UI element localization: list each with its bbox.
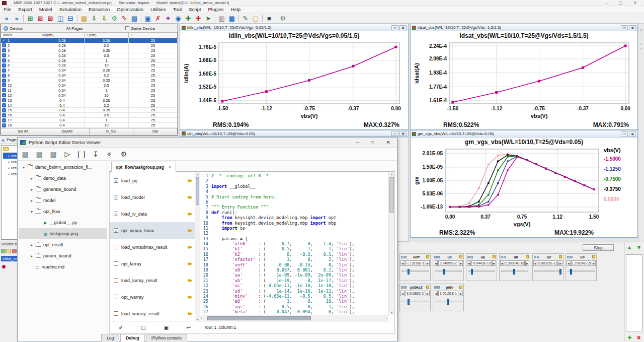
cursor-icon[interactable]: ➤ [203,14,213,23]
table-row[interactable]: ✓140.40.225 [1,103,178,108]
code-line[interactable]: 25 'a0' : ( 1, 0, 10, 'lin'), [200,299,388,304]
editor-minimize-button[interactable]: – [356,140,359,145]
task-check-icon[interactable]: ▣ [143,14,153,23]
param-bound-icon[interactable] [526,255,529,258]
row-checkbox[interactable]: ✓ [2,93,6,97]
run-task-icon[interactable]: ▶▶ [188,295,193,299]
code-line[interactable]: 14 'vth0' : ( 0.7, 0, 1.4, 'lin'), [200,241,388,246]
param-lock-icon[interactable] [401,256,404,258]
param-slider[interactable] [568,270,595,272]
param-lock-icon[interactable] [434,286,437,289]
run-task-icon[interactable]: ▶▶ [188,195,193,199]
editor-close-button[interactable]: ✕ [386,140,390,145]
code-line[interactable]: 5# Start coding from here. [200,194,388,199]
row-checkbox[interactable]: ✓ [2,63,6,67]
idsat-plot[interactable]: -1.50-1.12-0.75-0.370.001.61E-41.77E-41.… [413,40,636,119]
task-checkbox[interactable]: ✓ [114,195,118,199]
g-sel-button[interactable]: G_Sel [90,128,134,134]
expander-icon[interactable]: ▸ [30,254,34,258]
forward-icon[interactable]: » [12,14,22,23]
param-increase-button[interactable]: ▶ [459,291,463,296]
settings-gear-icon[interactable]: ⚙ [278,14,288,23]
edit-doc-icon[interactable]: ✎ [240,14,251,23]
code-line[interactable]: 16 'k2' : ( 0, -0.2, 0.1, 'lin'), [200,252,388,257]
param-bound-icon[interactable] [493,255,496,258]
nav-add-icon[interactable] [1,249,6,253]
reset-icon[interactable]: ↩ [187,325,191,330]
param-increase-button[interactable]: ▶ [426,291,430,296]
tree-item-generate-bound[interactable]: ▸generate_bound [19,184,107,195]
param-decrease-button[interactable]: ◀ [500,260,504,266]
task-checkbox[interactable] [114,278,118,283]
param-bound-icon[interactable] [459,255,462,258]
code-line[interactable]: 27 'keta' : ( -0.047, -0.094, 0, 'lin'), [200,309,388,314]
console-icon[interactable]: ■ [264,14,274,23]
code-line[interactable]: 4 [200,189,388,194]
code-line[interactable]: 10 from keysight.device_modeling.mbp imp… [200,221,388,226]
expander-icon[interactable]: ▸ [30,198,34,203]
param-increase-button[interactable]: ▶ [525,260,529,266]
run-to-cursor-icon[interactable]: ↧ [91,150,100,159]
row-checkbox[interactable]: ✓ [2,43,6,47]
task-checkbox[interactable]: ✓ [114,228,118,233]
param-link-icon[interactable] [470,256,473,258]
task-load_prj[interactable]: ✓load_prj▶▶ [110,172,200,189]
param-slider[interactable] [401,270,429,272]
open-project-icon[interactable]: ▤ [79,14,89,23]
table-icon[interactable]: ▦ [227,14,237,23]
param-link-icon[interactable] [404,256,407,258]
code-line[interactable]: 18 'voff' : ( -0.08, -0.16, 0, 'lin'), [200,262,388,267]
script-settings-icon[interactable]: ▤ [35,150,44,159]
param-slider[interactable] [435,270,462,272]
param-slider[interactable] [468,270,495,272]
code-line[interactable]: 6 [200,199,388,204]
task-error-icon[interactable]: ✗ [153,14,163,23]
bottom-tab-debug[interactable]: Debug [120,334,144,342]
param-increase-button[interactable]: ▶ [592,260,596,266]
code-line[interactable]: 23 'ud' : ( 1e-14, 1e-16, 1e-13, 'lin'), [200,289,388,294]
param-slider[interactable] [435,301,462,302]
report-icon[interactable]: ✎ [119,14,129,23]
table-row[interactable]: ✓50.28125 [1,58,178,63]
task-list-scrollbar[interactable]: ▴▾ [195,172,200,321]
window-maximize-icon[interactable]: ▣ [399,131,407,136]
window-maximize-icon[interactable]: ▣ [629,25,636,30]
table-row[interactable]: ✓130.40.2625 [1,98,178,103]
row-checkbox[interactable]: ✓ [2,88,6,92]
idlin-plot[interactable]: -1.50-1.12-0.75-0.370.001.44E-51.52E-51.… [183,40,407,119]
tree-item-demo-data[interactable]: ▸demo_data [19,173,107,184]
param-slider[interactable] [401,301,429,302]
param-decrease-button[interactable]: ◀ [434,260,438,266]
menu-file[interactable]: File [0,7,15,12]
row-checkbox[interactable]: ✓ [2,103,6,107]
tile-layout-icon[interactable]: ⊟ [65,14,75,23]
run-task-icon[interactable]: ▶▶ [188,245,193,249]
expander-icon[interactable]: ▸ [30,187,34,192]
table-row[interactable]: ✓60.281025 [1,63,178,68]
parameter-list-box[interactable] [626,254,642,331]
code-line[interactable]: 26 'ags' : ( 0.5, 0, 1, 'lin'), [200,304,388,309]
nav-delete-icon[interactable] [12,249,17,253]
move-down-icon[interactable]: ▼ [636,244,642,250]
row-checkbox[interactable]: ✓ [2,38,6,42]
table-row[interactable]: ✓40.280.525 [1,53,178,58]
tree-item-opt-flow[interactable]: ▾opt_flow [19,206,107,217]
param-slider-handle[interactable] [471,269,473,275]
code-line[interactable]: 7""" Entry Function """ [200,204,388,210]
idlin-window-titlebar[interactable]: idlin_vbs(W/L=10/10,T=25@Vds/Vgs=0.05/1.… [180,24,408,31]
run-task-icon[interactable]: ▶▶ [188,212,193,216]
param-increase-button[interactable]: ▶ [426,260,430,266]
code-line[interactable]: 22 'uc' : (-4.65e-11, -1e-10, 1e-10, 'li… [200,283,388,288]
tree-item-demo-bsim4-extraction-fl-[interactable]: ▾demo_bsim4_extraction_fl... [19,162,107,173]
param-lock-icon[interactable] [401,286,404,289]
param-value[interactable]: 3.91382E-3 [405,291,425,296]
param-slider[interactable] [501,270,528,272]
new-script-icon[interactable]: ▤ [49,150,58,159]
param-decrease-button[interactable]: ◀ [533,260,537,266]
run-all-icon[interactable]: » [105,150,114,159]
tab-close-icon[interactable]: ✕ [168,165,172,170]
collapse-panel-icon[interactable]: « [2,137,5,143]
move-up-icon[interactable]: ▲ [627,244,632,250]
code-line[interactable]: 15 'k1' : ( 0.5, -1, 1, 'lin'), [200,246,388,251]
table-row[interactable]: ✓70.340.2625 [1,68,178,73]
